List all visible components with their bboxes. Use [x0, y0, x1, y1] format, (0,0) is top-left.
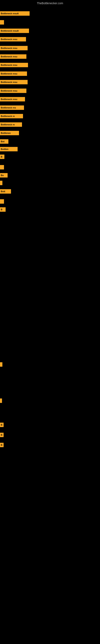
bottleneck-result-bar: Bottleneck resu: [0, 80, 28, 84]
bottleneck-result-bar: Bott: [0, 189, 11, 194]
bottleneck-result-bar: Bottleneck result: [0, 11, 30, 16]
bottleneck-result-bar: B: [0, 422, 3, 427]
bottleneck-result-bar: Bottleneck resu: [0, 46, 28, 50]
bottleneck-result-bar: Bottleneck resu: [0, 37, 26, 42]
bottleneck-result-bar: Bottleneck resu: [0, 63, 28, 67]
bottleneck-result-bar: Bottleneck resu: [0, 54, 26, 59]
bottleneck-result-bar: [0, 20, 4, 24]
bottleneck-result-bar: Bottlen: [0, 147, 18, 151]
bottleneck-result-bar: Bottleneck res: [0, 106, 24, 110]
bottleneck-result-bar: [0, 199, 4, 204]
bottleneck-result-bar: Bottleneck result: [0, 28, 29, 33]
bottleneck-result-bar: Bottlenec: [0, 131, 19, 135]
bottleneck-result-bar: [0, 165, 4, 170]
bottleneck-result-bar: Bottleneck re: [0, 122, 22, 127]
bottleneck-result-bar: Bot: [0, 139, 8, 144]
bottleneck-result-bar: [0, 181, 2, 185]
bottleneck-result-bar: B: [0, 433, 3, 437]
bottleneck-result-bar: Bottleneck re: [0, 114, 23, 118]
bottleneck-result-bar: [0, 362, 2, 367]
bottleneck-result-bar: Bottleneck resu: [0, 97, 25, 102]
bottleneck-result-bar: Bottleneck resu: [0, 72, 27, 76]
bottleneck-result-bar: B: [0, 207, 6, 212]
bottleneck-result-bar: B: [0, 154, 4, 159]
bottleneck-result-bar: Bo: [0, 173, 8, 178]
bottleneck-result-bar: Bottleneck resu: [0, 88, 26, 93]
bottleneck-result-bar: [0, 398, 2, 403]
bottleneck-result-bar: B: [0, 443, 3, 447]
site-title: TheBottlenecker.com: [0, 0, 100, 6]
